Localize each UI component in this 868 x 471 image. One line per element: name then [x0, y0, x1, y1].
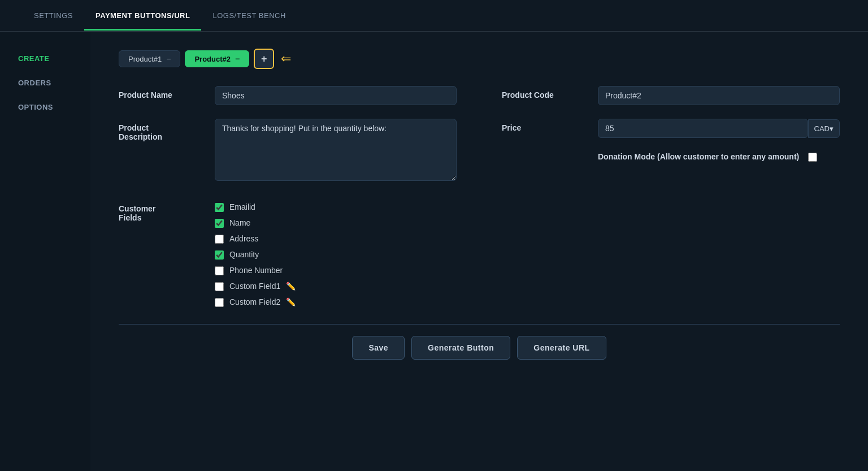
customer-fields-label: CustomerFields	[119, 202, 203, 222]
arrow-indicator: ⇐	[281, 51, 291, 66]
product-code-label: Product Code	[502, 86, 587, 100]
product-description-row: ProductDescription Thanks for shopping! …	[119, 119, 457, 183]
custom2-edit-icon[interactable]: ✏️	[286, 297, 296, 306]
form-right: Product Code Price CAD▾	[502, 86, 840, 307]
checkbox-quantity-input[interactable]	[215, 250, 224, 260]
form-grid: Product Name ProductDescription Thanks f…	[119, 86, 840, 307]
donation-row-inner: Donation Mode (Allow customer to enter a…	[598, 152, 817, 163]
checkbox-custom2: Custom Field2 ✏️	[215, 297, 296, 307]
checkbox-emailid: Emailid	[215, 202, 296, 212]
generate-button-button[interactable]: Generate Button	[411, 336, 510, 360]
tab-logs[interactable]: LOGS/TEST BENCH	[201, 1, 297, 30]
product-tab-2-close[interactable]: −	[235, 54, 240, 63]
product-name-input[interactable]	[215, 86, 457, 105]
product-name-label: Product Name	[119, 86, 203, 100]
price-input-wrapper: CAD▾	[598, 119, 840, 138]
donation-mode-spacer	[502, 152, 587, 156]
price-row-inner: CAD▾	[598, 119, 840, 138]
generate-url-button[interactable]: Generate URL	[517, 336, 606, 360]
donation-mode-checkbox[interactable]	[808, 153, 817, 162]
product-code-row: Product Code	[502, 86, 840, 105]
checkbox-address-input[interactable]	[215, 235, 224, 244]
product-tab-1-close[interactable]: −	[166, 54, 171, 63]
product-description-input-wrapper: Thanks for shopping! Put in the quantity…	[215, 119, 457, 183]
checkbox-name-label: Name	[229, 218, 250, 227]
checkbox-list: Emailid Name Address Quantity	[215, 202, 296, 307]
checkbox-emailid-input[interactable]	[215, 203, 224, 212]
price-input[interactable]	[598, 119, 808, 138]
donation-mode-label: Donation Mode (Allow customer to enter a…	[598, 152, 799, 163]
product-description-label: ProductDescription	[119, 119, 203, 141]
checkbox-phone: Phone Number	[215, 265, 296, 275]
checkbox-phone-input[interactable]	[215, 266, 224, 275]
product-tab-1-label: Product#1	[128, 55, 162, 63]
checkbox-name: Name	[215, 218, 296, 228]
product-tab-2[interactable]: Product#2 −	[185, 50, 249, 67]
checkbox-emailid-label: Emailid	[229, 202, 255, 211]
form-left: Product Name ProductDescription Thanks f…	[119, 86, 457, 307]
donation-mode-row: Donation Mode (Allow customer to enter a…	[502, 152, 840, 163]
product-tab-1[interactable]: Product#1 −	[119, 50, 180, 67]
add-product-tab-button[interactable]: +	[254, 49, 274, 69]
checkbox-custom2-label: Custom Field2	[229, 297, 280, 306]
divider	[119, 324, 840, 325]
checkbox-custom1-input[interactable]	[215, 282, 224, 291]
checkbox-custom2-input[interactable]	[215, 298, 224, 307]
checkbox-custom1: Custom Field1 ✏️	[215, 281, 296, 291]
checkbox-phone-label: Phone Number	[229, 266, 283, 275]
product-tab-2-label: Product#2	[194, 55, 231, 63]
sidebar: CREATE ORDERS OPTIONS	[0, 32, 90, 471]
price-row: Price CAD▾	[502, 119, 840, 138]
custom1-edit-icon[interactable]: ✏️	[286, 282, 296, 291]
product-code-input[interactable]	[598, 86, 840, 105]
product-name-row: Product Name	[119, 86, 457, 105]
checkbox-quantity: Quantity	[215, 249, 296, 260]
tab-payment-buttons[interactable]: PAYMENT BUTTONS/URL	[84, 1, 201, 30]
sidebar-item-create[interactable]: CREATE	[11, 49, 79, 68]
product-code-input-wrapper	[598, 86, 840, 105]
save-button[interactable]: Save	[352, 336, 405, 360]
customer-fields-row: CustomerFields Emailid Name Address	[119, 202, 457, 307]
checkbox-quantity-label: Quantity	[229, 250, 259, 259]
top-navigation: SETTINGS PAYMENT BUTTONS/URL LOGS/TEST B…	[0, 0, 868, 32]
currency-select[interactable]: CAD▾	[808, 119, 840, 138]
product-tabs-row: Product#1 − Product#2 − + ⇐	[119, 49, 840, 69]
checkbox-custom1-label: Custom Field1	[229, 282, 280, 291]
tab-settings[interactable]: SETTINGS	[23, 1, 84, 30]
product-description-textarea[interactable]: Thanks for shopping! Put in the quantity…	[215, 119, 457, 181]
product-name-input-wrapper	[215, 86, 457, 105]
content-area: Product#1 − Product#2 − + ⇐ Product Name	[90, 32, 868, 471]
bottom-buttons: Save Generate Button Generate URL	[119, 336, 840, 360]
sidebar-item-options[interactable]: OPTIONS	[11, 97, 79, 117]
checkbox-address-label: Address	[229, 234, 258, 243]
price-label: Price	[502, 119, 587, 132]
sidebar-item-orders[interactable]: ORDERS	[11, 73, 79, 93]
checkbox-name-input[interactable]	[215, 219, 224, 228]
main-layout: CREATE ORDERS OPTIONS Product#1 − Produc…	[0, 32, 868, 471]
checkbox-address: Address	[215, 234, 296, 244]
